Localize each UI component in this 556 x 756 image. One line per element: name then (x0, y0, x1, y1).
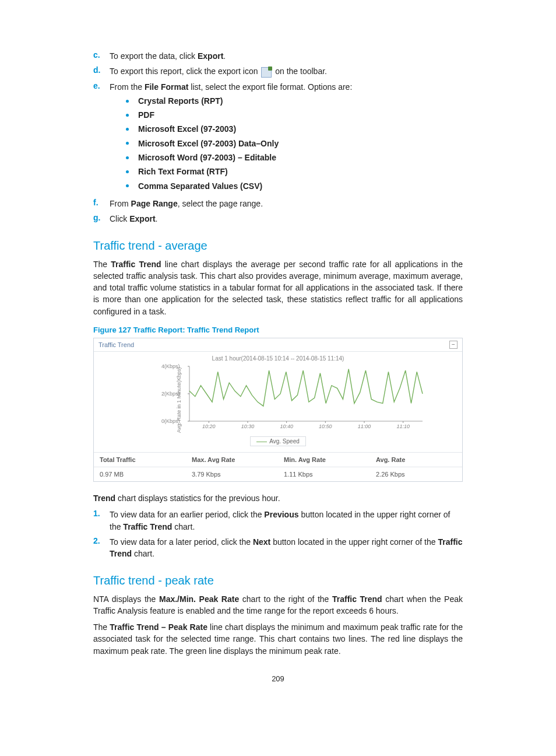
stats-value: 1.11 Kbps (278, 467, 370, 481)
stats-header: Min. Avg Rate (278, 453, 370, 467)
line-chart-svg: 10:2010:3010:4010:5011:0011:10 (184, 363, 428, 433)
format-list: Crystal Reports (RPT)PDFMicrosoft Excel … (110, 95, 463, 192)
chart-caption: Last 1 hour(2014-08-15 10:14 -- 2014-08-… (98, 355, 458, 362)
svg-text:11:10: 11:10 (396, 424, 410, 429)
step-text: From the File Format list, select the ex… (110, 81, 463, 194)
format-item: Crystal Reports (RPT) (126, 95, 463, 107)
format-item: Microsoft Excel (97-2003) Data–Only (126, 138, 463, 149)
svg-text:10:30: 10:30 (241, 424, 255, 429)
section-paragraph: The Traffic Trend line chart displays th… (93, 258, 463, 317)
format-item: Comma Separated Values (CSV) (126, 180, 463, 192)
list-number: 1. (93, 509, 110, 533)
list-text: To view data for an earlier period, clic… (110, 509, 463, 533)
step-letter: c. (93, 50, 110, 60)
svg-text:11:00: 11:00 (358, 424, 371, 429)
svg-text:10:20: 10:20 (202, 424, 216, 429)
format-item: Rich Text Format (RTF) (126, 166, 463, 177)
section-paragraph: The Traffic Trend – Peak Rate line chart… (93, 621, 463, 657)
traffic-trend-panel: Traffic Trend − Last 1 hour(2014-08-15 1… (93, 338, 463, 482)
alpha-list: c. To export the data, click Export. d. … (93, 50, 463, 225)
format-item: PDF (126, 109, 463, 121)
step-text: To export this report, click the export … (110, 65, 463, 77)
stats-header: Avg. Rate (370, 453, 462, 467)
step-letter: f. (93, 198, 110, 207)
stats-value: 3.79 Kbps (186, 467, 278, 481)
step-text: Click Export. (110, 213, 463, 225)
panel-title: Traffic Trend (98, 341, 134, 348)
stats-table: Total TrafficMax. Avg RateMin. Avg RateA… (94, 452, 462, 481)
step-text: From Page Range, select the page range. (110, 198, 463, 209)
stats-value: 0.97 MB (94, 467, 186, 481)
step-letter: g. (93, 213, 110, 222)
stats-value: 2.26 Kbps (370, 467, 462, 481)
format-item: Microsoft Excel (97-2003) (126, 123, 463, 135)
export-icon (261, 67, 272, 78)
stats-header: Total Traffic (94, 453, 186, 467)
step-letter: e. (93, 81, 110, 90)
list-text: To view data for a later period, click t… (110, 536, 463, 560)
section-paragraph: NTA displays the Max./Min. Peak Rate cha… (93, 593, 463, 617)
chart-plot: 10:2010:3010:4010:5011:0011:10 0(Kbps)2(… (184, 363, 458, 433)
trend-note: Trend chart displays statistics for the … (93, 492, 463, 504)
section-heading-average: Traffic trend - average (93, 239, 463, 253)
step-letter: d. (93, 65, 110, 75)
svg-text:10:40: 10:40 (280, 424, 293, 429)
format-item: Microsoft Word (97-2003) – Editable (126, 152, 463, 163)
section-heading-peak: Traffic trend - peak rate (93, 574, 463, 587)
list-number: 2. (93, 536, 110, 560)
figure-caption: Figure 127 Traffic Report: Traffic Trend… (93, 326, 463, 334)
collapse-icon[interactable]: − (449, 341, 458, 349)
stats-header: Max. Avg Rate (186, 453, 278, 467)
chart-legend: Avg. Speed (250, 436, 306, 446)
page-number: 209 (93, 674, 463, 683)
step-text: To export the data, click Export. (110, 50, 463, 62)
numbered-list: 1. To view data for an earlier period, c… (93, 509, 463, 559)
svg-text:10:50: 10:50 (319, 424, 332, 429)
